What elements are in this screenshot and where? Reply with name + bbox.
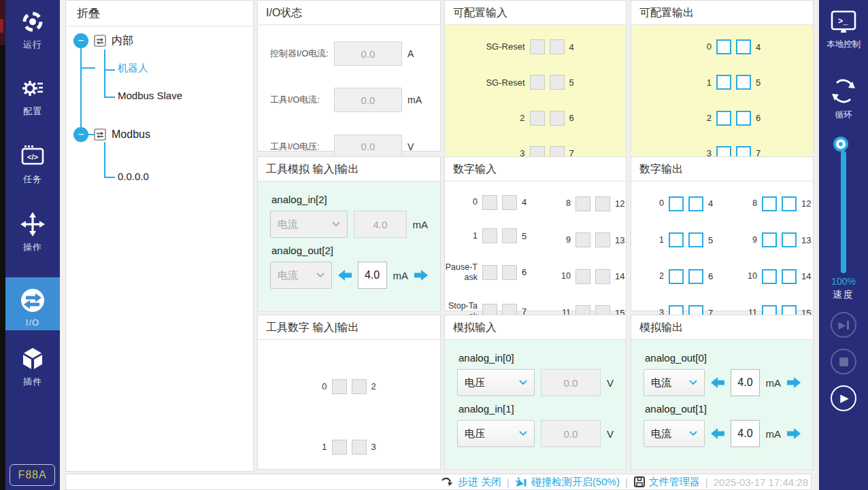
play-button[interactable]: ▶ [831, 385, 856, 411]
increase-arrow-button[interactable] [414, 269, 428, 281]
output-toggle-checkbox[interactable] [736, 75, 751, 90]
output-toggle-checkbox[interactable] [782, 269, 797, 284]
output-toggle-checkbox[interactable] [669, 232, 684, 247]
decrease-arrow-button[interactable] [338, 269, 352, 281]
decrease-arrow-button[interactable] [711, 427, 724, 440]
loop-button[interactable]: 循环 [819, 76, 868, 121]
input-state-checkbox [482, 228, 497, 243]
tree-connector [80, 67, 95, 69]
tool-current-value: 0.0 [334, 88, 402, 112]
analog-out-row: 电流 4.0 mA [644, 420, 801, 447]
swap-node-icon [94, 35, 106, 47]
channel-label: 4 [756, 42, 776, 52]
sidebar-item-plugin[interactable]: 插件 [5, 345, 60, 388]
sidebar-item-operate[interactable]: 操作 [5, 211, 60, 253]
datetime-display: 2025-03-17 17:44:28 [714, 476, 808, 488]
tree-collapse-button[interactable]: 折叠 [66, 1, 253, 27]
input-state-checkbox [575, 269, 590, 284]
stop-button[interactable] [831, 349, 856, 374]
analog-out-value[interactable]: 4.0 [731, 369, 759, 396]
mode-select[interactable]: 电压 [457, 420, 535, 447]
tree-node-modbus[interactable]: − Modbus [73, 127, 150, 142]
sidebar-item-run[interactable]: 运行 [5, 8, 60, 51]
tree-connector [80, 48, 82, 135]
file-manager-link[interactable]: 文件管理器 [633, 476, 700, 489]
io-status-row: 工具I/O电流: 0.0 mA [270, 88, 428, 112]
tree-leaf-ip[interactable]: 0.0.0.0 [118, 171, 149, 182]
step-mode-status[interactable]: 步进 关闭 [441, 476, 501, 489]
sidebar-item-label: 操作 [23, 241, 42, 253]
channel-name: analog_out[0] [645, 352, 801, 364]
input-state-checkbox [332, 440, 347, 455]
output-toggle-checkbox[interactable] [688, 196, 703, 211]
separator: | [507, 476, 510, 488]
output-toggle-checkbox[interactable] [762, 269, 777, 284]
tree-node-label: Modbus [112, 128, 150, 141]
output-toggle-checkbox[interactable] [762, 232, 777, 247]
output-toggle-checkbox[interactable] [782, 232, 797, 247]
analog-in-value: 0.0 [541, 369, 601, 396]
tree-leaf-modbus-slave[interactable]: Modbus Slave [118, 90, 182, 101]
panel-title: 模拟输入 [445, 315, 626, 340]
output-toggle-checkbox[interactable] [762, 196, 777, 211]
sidebar-item-label: 任务 [23, 173, 42, 186]
channel-label: SG-Reset [482, 77, 525, 88]
input-state-checkbox [352, 440, 367, 455]
input-state-checkbox [595, 269, 610, 284]
io-swap-icon [19, 287, 46, 314]
output-toggle-checkbox[interactable] [782, 196, 797, 211]
input-state-checkbox [502, 265, 517, 280]
local-control-button[interactable]: >_ 本地控制 [819, 10, 868, 50]
mode-select[interactable]: 电流 [644, 369, 705, 396]
channel-label: 8 [724, 198, 757, 209]
decrease-arrow-button[interactable] [711, 377, 724, 389]
panel-title: 数字输入 [445, 157, 626, 181]
sidebar-item-io[interactable]: I/O [5, 277, 60, 330]
unit-label: V [407, 141, 428, 152]
sidebar-item-task[interactable]: </> 任务 [5, 143, 60, 186]
channel-label: 1 [668, 77, 712, 88]
collapse-minus-icon[interactable]: − [73, 33, 88, 48]
analog-out-value[interactable]: 4.0 [731, 420, 759, 447]
select-value: 电流 [651, 377, 671, 389]
channel-label: 0 [631, 198, 664, 209]
increase-arrow-button[interactable] [787, 427, 801, 440]
collapse-minus-icon[interactable]: − [73, 127, 88, 142]
tree-leaf-robot[interactable]: 机器人 [118, 62, 148, 75]
channel-label: 6 [756, 113, 776, 123]
step-forward-button[interactable]: ▶ [831, 312, 856, 338]
sidebar-item-config[interactable]: 配置 [5, 75, 60, 118]
chevron-down-icon [519, 431, 527, 436]
output-toggle-checkbox[interactable] [669, 269, 684, 284]
output-toggle-checkbox[interactable] [716, 111, 731, 126]
output-toggle-checkbox[interactable] [736, 111, 751, 126]
input-state-checkbox [550, 75, 565, 90]
input-state-checkbox [502, 228, 517, 243]
configurable-output-panel: 可配置输出 0 4 1 5 2 6 3 [631, 0, 814, 152]
mode-select[interactable]: 电压 [457, 369, 535, 396]
collision-detection-status[interactable]: 碰撞检测开启(50%) [515, 476, 620, 489]
output-toggle-checkbox[interactable] [716, 75, 731, 90]
speed-slider-knob[interactable] [836, 139, 846, 149]
input-state-checkbox [595, 232, 610, 247]
speed-readout: 100% 速度 [819, 276, 868, 301]
tree-connector [104, 177, 115, 178]
speed-slider-track[interactable] [841, 151, 846, 273]
device-badge[interactable]: F88A [10, 464, 55, 486]
output-toggle-checkbox[interactable] [669, 196, 684, 211]
mode-select[interactable]: 电流 [644, 420, 705, 447]
output-toggle-checkbox[interactable] [688, 232, 703, 247]
analog-input-panel: 模拟输入 analog_in[0] 电压 0.0 V analog_in[1] … [444, 315, 627, 470]
tree-node-internal[interactable]: − 内部 [73, 33, 133, 48]
background-strip [0, 0, 5, 490]
output-toggle-checkbox[interactable] [736, 39, 751, 54]
output-toggle-checkbox[interactable] [688, 269, 703, 284]
analog-out-value[interactable]: 4.0 [358, 262, 387, 289]
output-toggle-checkbox[interactable] [716, 39, 731, 54]
mode-select: 电流 [270, 262, 332, 289]
plugin-cube-icon [19, 345, 46, 372]
select-value: 电流 [651, 427, 671, 440]
digital-input-group-high: 812 913 1014 1115 [538, 181, 631, 335]
increase-arrow-button[interactable] [787, 377, 801, 389]
tree-connector [104, 97, 115, 98]
